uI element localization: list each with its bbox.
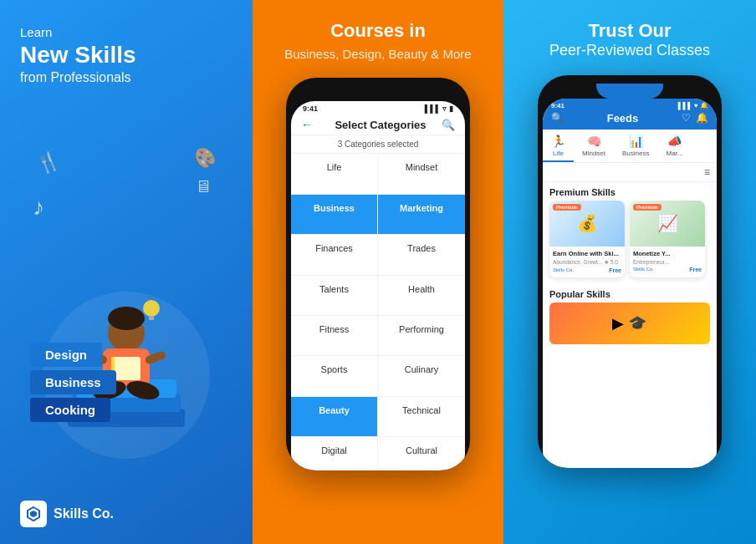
status-bar: 9:41 ▌▌▌ ▿ ▮ <box>291 101 465 114</box>
book-design: Design <box>30 343 102 367</box>
panel3-title: Trust Our <box>588 20 671 42</box>
phone-screen-3: 9:41 ▌▌▌ ♥ 🔔 🔍 Feeds ♡ 🔔 🏃 Life <box>543 99 717 468</box>
phone-nav: ← Select Categories 🔍 <box>291 114 465 135</box>
phone-screen: 9:41 ▌▌▌ ▿ ▮ ← Select Categories 🔍 3 Cat… <box>291 101 465 470</box>
card-price-2: Free <box>689 267 702 272</box>
mar-tab-icon: 📣 <box>667 135 682 148</box>
card-body-2: Monetize Y... Entrepreneur... Skills Co.… <box>630 247 705 277</box>
card-monetize[interactable]: Premium 📈 Monetize Y... Entrepreneur... … <box>630 201 705 277</box>
topbar-status: 9:41 ▌▌▌ ♥ 🔔 <box>551 102 708 109</box>
popular-row: ▶ 🎓 <box>543 303 717 344</box>
bell-icon[interactable]: 🔔 <box>696 112 708 124</box>
back-icon[interactable]: ← <box>301 118 313 131</box>
logo: Skills Co. <box>20 492 232 527</box>
panel-courses: Courses in Business, Design, Beauty & Mo… <box>253 0 503 544</box>
svg-point-10 <box>143 300 160 317</box>
tab-mar-label: Mar... <box>666 150 682 157</box>
card-title-2: Monetize Y... <box>633 250 702 258</box>
cat-performing[interactable]: Performing <box>378 316 465 356</box>
filter-icon[interactable]: ≡ <box>704 166 710 178</box>
cat-digital[interactable]: Digital <box>291 437 378 470</box>
card-logo-2: Skills Co. <box>633 267 654 272</box>
filter-bar: ≡ <box>543 163 717 182</box>
topbar-search-icon[interactable]: 🔍 <box>551 112 564 124</box>
cat-mindset[interactable]: Mindset <box>378 154 465 194</box>
cat-talents[interactable]: Talents <box>291 276 378 316</box>
phone-notch <box>345 86 411 101</box>
svg-point-4 <box>108 307 145 330</box>
phone-mockup-categories: 9:41 ▌▌▌ ▿ ▮ ← Select Categories 🔍 3 Cat… <box>286 78 470 470</box>
panel2-subtitle: Business, Design, Beauty & More <box>284 45 471 63</box>
card-thumb-1: Premium 💰 <box>549 201 625 247</box>
cat-cultural[interactable]: Cultural <box>378 437 465 470</box>
card-title-1: Earn Online with Ski... <box>553 250 621 258</box>
phone-notch-3 <box>596 84 663 99</box>
panel3-subtitle: Peer-Reviewed Classes <box>549 42 710 60</box>
cat-fitness[interactable]: Fitness <box>291 316 378 356</box>
monitor-icon: 🖥 <box>195 177 212 196</box>
premium-section-title: Premium Skills <box>543 182 717 201</box>
search-icon[interactable]: 🔍 <box>442 119 455 131</box>
category-tabs: 🏃 Life 🧠 Mindset 📊 Business 📣 Mar... <box>543 130 717 163</box>
selected-info: 3 Categories selected <box>291 135 465 154</box>
card-body-1: Earn Online with Ski... Abundance, Growt… <box>549 247 625 277</box>
books-area: Design Business Cooking <box>20 343 232 425</box>
logo-text: Skills Co. <box>54 506 114 521</box>
tab-mar[interactable]: 📣 Mar... <box>657 130 691 162</box>
card-price-1: Free <box>609 267 621 273</box>
panel1-sub: from Professionals <box>20 70 232 85</box>
status-indicators: ▌▌▌ ▿ ▮ <box>425 104 453 113</box>
tab-business-label: Business <box>622 150 649 157</box>
card-footer-1: Skills Co. Free <box>553 267 621 273</box>
card-earn-online[interactable]: Premium 💰 Earn Online with Ski... Abunda… <box>549 201 625 277</box>
panel2-title: Courses in <box>330 20 426 42</box>
cat-trades[interactable]: Trades <box>378 235 465 275</box>
svg-rect-11 <box>149 316 154 320</box>
tab-life[interactable]: 🏃 Life <box>543 130 574 162</box>
mindset-tab-icon: 🧠 <box>587 135 601 148</box>
life-tab-icon: 🏃 <box>551 135 565 148</box>
category-grid: Life Mindset Business Marketing Finances… <box>291 154 465 470</box>
card-thumb-2: Premium 📈 <box>630 201 705 247</box>
panel-trust: Trust Our Peer-Reviewed Classes 9:41 ▌▌▌… <box>503 0 756 544</box>
cat-business[interactable]: Business <box>291 195 378 235</box>
book-business: Business <box>30 370 116 394</box>
cat-technical[interactable]: Technical <box>378 397 465 437</box>
tab-business[interactable]: 📊 Business <box>614 130 657 162</box>
phone-topbar: 9:41 ▌▌▌ ♥ 🔔 🔍 Feeds ♡ 🔔 <box>543 99 717 130</box>
cat-finances[interactable]: Finances <box>291 235 378 275</box>
popular-section-title: Popular Skills <box>543 284 717 303</box>
tab-mindset[interactable]: 🧠 Mindset <box>574 130 614 162</box>
business-tab-icon: 📊 <box>629 135 643 148</box>
book-cooking: Cooking <box>30 398 110 422</box>
panel1-headline: New Skills <box>20 43 232 69</box>
illustration-area: 🍴 🎨 ♪ 🖥 <box>20 85 232 492</box>
logo-icon <box>20 501 47 527</box>
premium-cards: Premium 💰 Earn Online with Ski... Abunda… <box>543 201 717 284</box>
status-time: 9:41 <box>303 104 318 113</box>
panel-learn: Learn New Skills from Professionals 🍴 🎨 … <box>0 0 253 544</box>
card-sub-1: Abundance, Growt... ★ 5.0 <box>553 259 621 266</box>
cat-beauty[interactable]: Beauty <box>291 397 378 437</box>
card-logo-1: Skills Co. <box>553 267 574 272</box>
heart-icon[interactable]: ♡ <box>682 112 691 124</box>
card-badge-2: Premium <box>633 204 662 211</box>
tab-life-label: Life <box>553 150 564 157</box>
cat-sports[interactable]: Sports <box>291 356 378 396</box>
phone-mockup-feeds: 9:41 ▌▌▌ ♥ 🔔 🔍 Feeds ♡ 🔔 🏃 Life <box>538 75 722 468</box>
topbar-nav: 🔍 Feeds ♡ 🔔 <box>551 112 708 125</box>
cat-marketing[interactable]: Marketing <box>378 195 465 235</box>
cat-life[interactable]: Life <box>291 154 378 194</box>
card-badge-1: Premium <box>553 204 581 211</box>
music-icon: ♪ <box>33 194 44 221</box>
topbar-time: 9:41 <box>551 102 564 109</box>
tab-mindset-label: Mindset <box>582 150 605 157</box>
topbar-action-icons: ♡ 🔔 <box>682 112 708 124</box>
popular-thumb[interactable]: ▶ 🎓 <box>549 303 710 344</box>
cat-culinary[interactable]: Culinary <box>378 356 465 396</box>
panel1-title: Learn <box>20 25 232 39</box>
topbar-indicators: ▌▌▌ ♥ 🔔 <box>678 102 708 109</box>
card-footer-2: Skills Co. Free <box>633 267 702 272</box>
cat-health[interactable]: Health <box>378 276 465 316</box>
brush-icon: 🎨 <box>191 145 218 172</box>
